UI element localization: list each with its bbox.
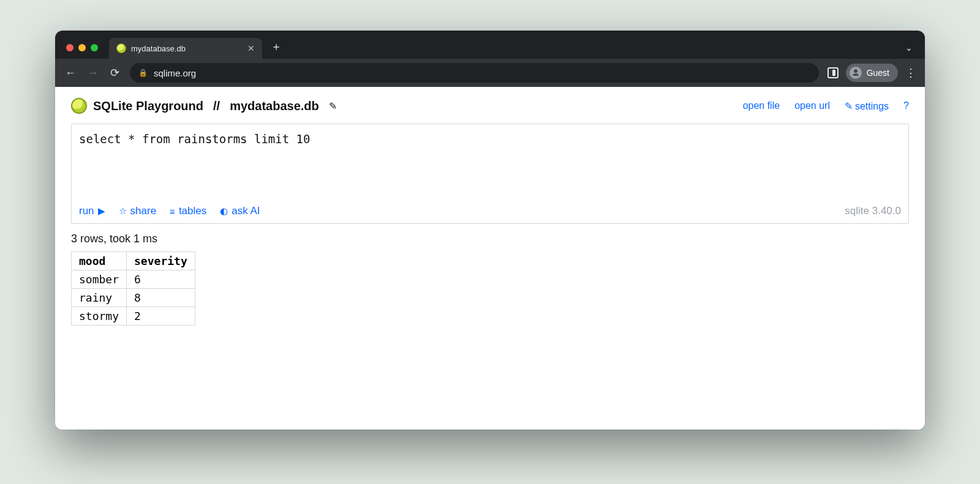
result-status: 3 rows, took 1 ms <box>71 233 909 245</box>
browser-tab[interactable]: mydatabase.db ✕ <box>109 38 262 59</box>
lock-icon: 🔒 <box>138 69 148 77</box>
reload-button[interactable]: ⟳ <box>108 66 121 80</box>
app-title: SQLite Playground <box>93 99 203 113</box>
editor-action-bar: run ▶ ☆ share ≡ tables ◐ ask AI sqlite 3… <box>72 200 908 223</box>
sqlite-version: sqlite 3.40.0 <box>845 205 901 217</box>
run-button[interactable]: run ▶ <box>79 205 105 217</box>
result-cell: 2 <box>127 307 195 326</box>
result-header-cell: mood <box>72 252 127 270</box>
result-table: mood severity somber 6 rainy 8 stormy 2 <box>71 251 195 326</box>
browser-toolbar: ← → ⟳ 🔒 sqlime.org Guest ⋮ <box>55 59 925 87</box>
result-cell: stormy <box>72 307 127 326</box>
tables-button-label: tables <box>179 205 206 217</box>
paperclip-icon: ✎ <box>845 101 853 111</box>
app-header: SQLite Playground // mydatabase.db ✎ ope… <box>71 98 909 114</box>
tab-strip: mydatabase.db ✕ ＋ ⌄ <box>55 31 925 59</box>
page-content: SQLite Playground // mydatabase.db ✎ ope… <box>55 87 925 430</box>
star-icon: ☆ <box>119 206 127 217</box>
address-bar[interactable]: 🔒 sqlime.org <box>130 63 819 83</box>
database-name: mydatabase.db <box>230 99 319 113</box>
ask-ai-button[interactable]: ◐ ask AI <box>220 205 260 217</box>
minimize-window-button[interactable] <box>78 44 86 51</box>
table-row: stormy 2 <box>72 307 195 326</box>
open-file-link[interactable]: open file <box>743 100 780 111</box>
sql-editor[interactable] <box>72 124 908 198</box>
rename-database-button[interactable]: ✎ <box>329 100 337 112</box>
settings-link-label: settings <box>855 101 889 111</box>
settings-link[interactable]: ✎settings <box>845 100 889 112</box>
new-tab-button[interactable]: ＋ <box>271 39 282 54</box>
result-header-row: mood severity <box>72 252 195 270</box>
result-header-cell: severity <box>127 252 195 270</box>
play-icon: ▶ <box>98 206 105 217</box>
ask-ai-button-label: ask AI <box>232 205 260 217</box>
sphere-icon: ◐ <box>220 206 228 217</box>
tab-title: mydatabase.db <box>131 44 243 53</box>
sql-editor-panel: run ▶ ☆ share ≡ tables ◐ ask AI sqlite 3… <box>71 124 909 224</box>
result-cell: 8 <box>127 289 195 307</box>
help-link[interactable]: ? <box>903 100 909 111</box>
breadcrumb-separator: // <box>213 99 220 113</box>
back-button[interactable]: ← <box>64 67 77 80</box>
forward-button[interactable]: → <box>86 67 99 80</box>
open-url-link[interactable]: open url <box>794 100 830 111</box>
list-icon: ≡ <box>170 206 175 217</box>
person-icon <box>850 67 862 79</box>
close-window-button[interactable] <box>66 44 74 51</box>
share-button[interactable]: ☆ share <box>119 205 157 217</box>
app-logo-icon <box>71 98 87 114</box>
close-tab-button[interactable]: ✕ <box>247 44 255 53</box>
table-row: somber 6 <box>72 270 195 289</box>
tables-button[interactable]: ≡ tables <box>170 205 206 217</box>
side-panel-icon[interactable] <box>827 67 839 78</box>
share-button-label: share <box>130 205 157 217</box>
result-cell: somber <box>72 270 127 289</box>
profile-label: Guest <box>867 68 889 78</box>
browser-window: mydatabase.db ✕ ＋ ⌄ ← → ⟳ 🔒 sqlime.org G… <box>55 31 925 430</box>
tab-overflow-button[interactable]: ⌄ <box>905 43 913 53</box>
result-cell: rainy <box>72 289 127 307</box>
table-row: rainy 8 <box>72 289 195 307</box>
toolbar-right: Guest ⋮ <box>827 64 916 82</box>
window-controls <box>66 44 98 51</box>
run-button-label: run <box>79 205 94 217</box>
address-bar-text: sqlime.org <box>154 68 196 78</box>
result-cell: 6 <box>127 270 195 289</box>
maximize-window-button[interactable] <box>91 44 98 51</box>
browser-menu-button[interactable]: ⋮ <box>905 66 916 80</box>
tab-favicon-icon <box>116 43 126 53</box>
profile-button[interactable]: Guest <box>846 64 898 82</box>
